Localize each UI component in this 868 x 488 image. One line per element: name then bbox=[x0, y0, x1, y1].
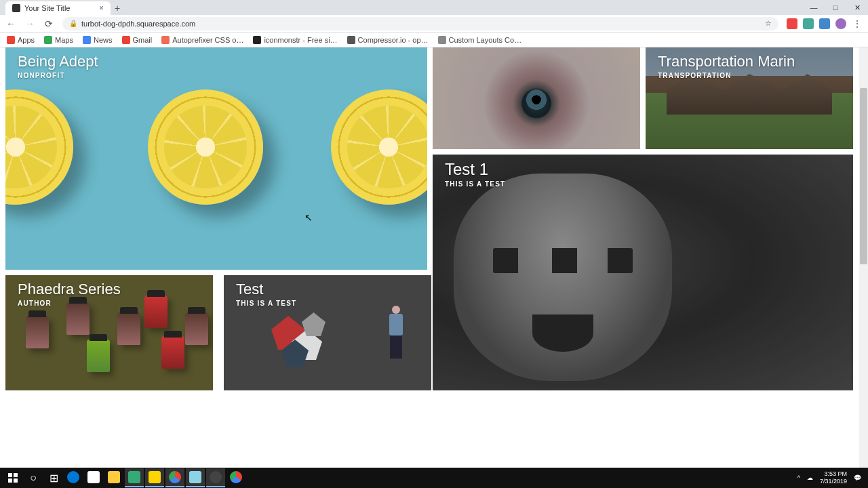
jar-image bbox=[87, 340, 110, 372]
svg-rect-2 bbox=[8, 479, 12, 483]
maximize-button[interactable]: □ bbox=[825, 0, 846, 15]
extension-icon[interactable] bbox=[819, 18, 830, 29]
jar-image bbox=[66, 302, 90, 335]
lemon-image bbox=[5, 89, 73, 205]
bookmark-label: Autoprefixer CSS o… bbox=[172, 36, 243, 44]
url-text: turbot-dog-dpdh.squarespace.com bbox=[81, 20, 761, 28]
bookmarks-bar: Apps Maps News Gmail Autoprefixer CSS o…… bbox=[0, 33, 868, 47]
bookmark-label: Apps bbox=[18, 36, 35, 44]
jar-image bbox=[185, 312, 208, 345]
card-subtitle: THIS IS A TEST bbox=[433, 180, 853, 188]
back-button[interactable]: ← bbox=[5, 18, 16, 29]
card-subtitle: NONPROFIT bbox=[5, 72, 427, 79]
bookmark-label: Maps bbox=[55, 36, 73, 44]
notifications-icon[interactable]: 💬 bbox=[854, 474, 861, 481]
vertical-scrollbar[interactable] bbox=[859, 47, 868, 468]
profile-avatar[interactable] bbox=[835, 18, 846, 29]
card-title: Phaedra Series bbox=[5, 275, 213, 300]
card-subtitle: THIS IS A TEST bbox=[224, 300, 431, 307]
card-test-1[interactable]: Test 1 THIS IS A TEST bbox=[433, 155, 853, 390]
taskbar-app-explorer[interactable] bbox=[104, 468, 123, 487]
reload-button[interactable]: ⟳ bbox=[43, 18, 54, 29]
card-subtitle: AUTHOR bbox=[5, 300, 213, 307]
extension-icons: ⋮ bbox=[787, 18, 863, 29]
taskbar-app[interactable] bbox=[186, 468, 205, 487]
bookmark-star-icon[interactable]: ☆ bbox=[765, 19, 772, 28]
card-test[interactable]: Test THIS IS A TEST bbox=[224, 275, 431, 390]
new-tab-button[interactable]: + bbox=[111, 1, 124, 15]
svg-rect-0 bbox=[8, 473, 12, 477]
card-title: Transportation Marin bbox=[646, 47, 853, 72]
bookmark-label: iconmonstr - Free si… bbox=[264, 36, 337, 44]
task-view-button[interactable]: ⊞ bbox=[43, 468, 64, 487]
bookmark-label: Gmail bbox=[133, 36, 153, 44]
bookmark-label: Compressor.io - op… bbox=[358, 36, 429, 44]
lemon-image bbox=[331, 89, 427, 205]
card-transportation-marin[interactable]: Transportation Marin TRANSPORTATION bbox=[646, 47, 853, 149]
forward-button[interactable]: → bbox=[24, 18, 35, 29]
abstract-image bbox=[264, 309, 346, 377]
bookmark-item[interactable]: iconmonstr - Free si… bbox=[253, 36, 337, 44]
address-bar: ← → ⟳ 🔒 turbot-dog-dpdh.squarespace.com … bbox=[0, 15, 868, 33]
taskbar-app-chrome[interactable] bbox=[226, 468, 245, 487]
bookmark-item[interactable]: News bbox=[83, 36, 113, 44]
face-image bbox=[454, 174, 672, 381]
favicon-icon bbox=[12, 4, 20, 12]
system-tray: ^ ☁ 3:53 PM 7/31/2019 💬 bbox=[797, 470, 865, 485]
bookmark-item[interactable]: Gmail bbox=[122, 36, 153, 44]
card-title: Being Adept bbox=[5, 47, 427, 72]
svg-rect-3 bbox=[14, 479, 18, 483]
taskbar-app[interactable] bbox=[206, 468, 225, 487]
taskbar-app[interactable] bbox=[125, 468, 144, 487]
extension-icon[interactable] bbox=[803, 18, 814, 29]
clock-time: 3:53 PM bbox=[820, 470, 847, 478]
search-button[interactable]: ○ bbox=[23, 468, 43, 487]
browser-tab-strip: Your Site Title × + ― □ ✕ bbox=[0, 0, 868, 15]
close-tab-button[interactable]: × bbox=[99, 4, 104, 12]
scrollbar-thumb[interactable] bbox=[860, 88, 867, 264]
page-content: Being Adept NONPROFIT Transportation Mar… bbox=[0, 47, 868, 468]
window-controls: ― □ ✕ bbox=[803, 0, 868, 15]
taskbar-apps bbox=[64, 468, 245, 487]
taskbar-app-store[interactable] bbox=[84, 468, 103, 487]
card-phaedra-series[interactable]: Phaedra Series AUTHOR bbox=[5, 275, 213, 390]
card-being-adept[interactable]: Being Adept NONPROFIT bbox=[5, 47, 427, 270]
bookmark-item[interactable]: Compressor.io - op… bbox=[347, 36, 429, 44]
svg-rect-1 bbox=[14, 473, 18, 477]
minimize-button[interactable]: ― bbox=[803, 0, 825, 15]
eye-image bbox=[521, 85, 551, 115]
extension-icon[interactable] bbox=[787, 18, 797, 29]
card-title: Test 1 bbox=[433, 155, 853, 180]
omnibox[interactable]: 🔒 turbot-dog-dpdh.squarespace.com ☆ bbox=[62, 17, 778, 30]
tab-title: Your Site Title bbox=[24, 4, 70, 12]
lemon-image bbox=[148, 89, 263, 205]
bookmark-label: News bbox=[94, 36, 113, 44]
start-button[interactable] bbox=[3, 468, 23, 487]
bookmark-item[interactable]: Custom Layouts Co… bbox=[438, 36, 522, 44]
taskbar-clock[interactable]: 3:53 PM 7/31/2019 bbox=[820, 470, 847, 485]
bookmark-item[interactable]: Maps bbox=[44, 36, 73, 44]
taskbar-app-chrome[interactable] bbox=[165, 468, 184, 487]
bookmark-item[interactable]: Apps bbox=[7, 36, 35, 44]
close-window-button[interactable]: ✕ bbox=[846, 0, 868, 15]
person-image bbox=[388, 306, 404, 360]
jar-image bbox=[117, 312, 140, 345]
clock-date: 7/31/2019 bbox=[820, 478, 847, 485]
tray-onedrive-icon[interactable]: ☁ bbox=[807, 474, 813, 481]
card-eye[interactable] bbox=[433, 47, 640, 149]
cursor-icon: ↖ bbox=[304, 212, 313, 223]
bookmark-label: Custom Layouts Co… bbox=[449, 36, 522, 44]
card-title: Test bbox=[224, 275, 431, 300]
card-subtitle: TRANSPORTATION bbox=[646, 72, 853, 79]
taskbar-app[interactable] bbox=[145, 468, 164, 487]
browser-tab[interactable]: Your Site Title × bbox=[5, 1, 111, 15]
lock-icon: 🔒 bbox=[69, 20, 77, 27]
jar-image bbox=[161, 336, 184, 369]
chrome-menu-button[interactable]: ⋮ bbox=[852, 18, 863, 29]
taskbar-app-edge[interactable] bbox=[64, 468, 83, 487]
jar-image bbox=[26, 316, 49, 348]
taskbar: ○ ⊞ ^ ☁ 3:53 PM 7/31/2019 💬 bbox=[0, 468, 868, 488]
bookmark-item[interactable]: Autoprefixer CSS o… bbox=[161, 36, 243, 44]
tray-chevron-icon[interactable]: ^ bbox=[797, 474, 800, 481]
